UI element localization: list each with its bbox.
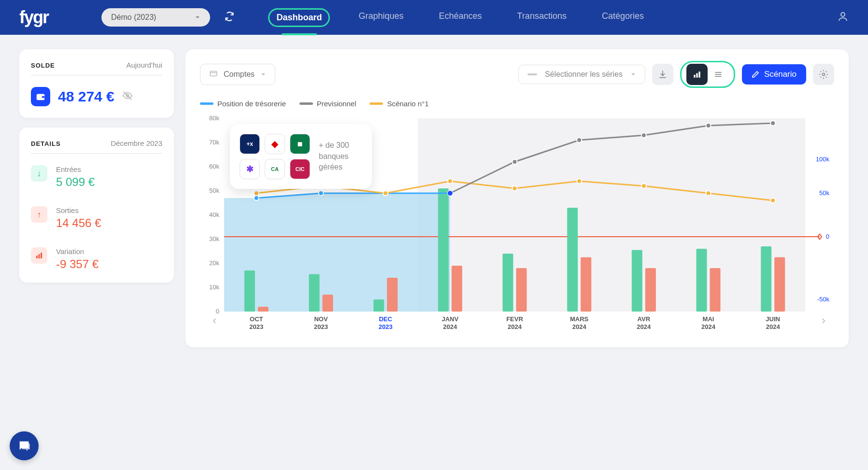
nav-graphiques[interactable]: Graphiques: [352, 8, 410, 27]
svg-rect-41: [373, 299, 384, 312]
svg-rect-5: [36, 256, 38, 258]
svg-text:2023: 2023: [314, 323, 328, 330]
main-nav: Dashboard Graphiques Echéances Transacti…: [268, 8, 651, 27]
user-menu[interactable]: [837, 11, 849, 24]
svg-rect-58: [645, 268, 656, 312]
comptes-label: Comptes: [224, 70, 255, 79]
svg-text:100k: 100k: [816, 156, 830, 163]
svg-text:10k: 10k: [209, 284, 219, 291]
solde-amount: 48 274 €: [58, 88, 114, 105]
svg-text:‹: ‹: [213, 313, 216, 327]
pencil-icon: [752, 71, 759, 78]
svg-text:2024: 2024: [508, 323, 522, 330]
svg-point-87: [770, 121, 775, 126]
nav-transactions[interactable]: Transactions: [511, 8, 573, 27]
chart-legend: Position de trésorerie Previsionnel Scén…: [200, 100, 834, 108]
solde-when: Aujourd'hui: [126, 61, 162, 69]
svg-point-73: [254, 191, 259, 196]
legend-previsionnel: Previsionnel: [317, 100, 356, 108]
svg-point-70: [319, 191, 324, 196]
svg-rect-62: [710, 268, 721, 312]
solde-card: SOLDE Aujourd'hui 48 274 €: [19, 49, 174, 118]
svg-text:2023: 2023: [249, 323, 263, 330]
svg-text:FEVR: FEVR: [506, 315, 523, 323]
svg-point-17: [823, 73, 825, 76]
sorties-label: Sorties: [56, 206, 101, 214]
bar-view-button[interactable]: [686, 64, 708, 85]
card-icon: [209, 69, 218, 80]
svg-text:DEC: DEC: [379, 315, 392, 323]
svg-text:MAI: MAI: [703, 315, 714, 323]
svg-rect-65: [761, 246, 771, 312]
svg-rect-61: [697, 249, 707, 312]
scenario-button[interactable]: Scénario: [742, 64, 806, 85]
top-bar: fygr Démo (2023) Dashboard Graphiques Ec…: [0, 0, 868, 35]
list-view-button[interactable]: [708, 64, 729, 85]
chart-panel: Comptes Sélectionner les séries: [185, 49, 849, 347]
variation-value: -9 357 €: [56, 257, 99, 271]
svg-rect-42: [387, 278, 398, 312]
svg-text:-50k: -50k: [817, 296, 830, 303]
banks-text: + de 300 banques gérées: [319, 140, 362, 172]
svg-rect-10: [527, 73, 537, 75]
svg-point-86: [706, 123, 711, 128]
svg-rect-53: [567, 208, 578, 312]
svg-text:›: ›: [822, 313, 825, 327]
view-toggle-group: [680, 61, 735, 88]
scenario-label: Scénario: [764, 70, 797, 79]
svg-rect-54: [581, 257, 591, 312]
comptes-dropdown[interactable]: Comptes: [200, 64, 275, 85]
arrow-down-in-icon: ↓: [31, 165, 47, 182]
details-title: DETAILS: [31, 140, 61, 147]
svg-text:50k: 50k: [819, 189, 829, 197]
svg-rect-8: [210, 71, 217, 76]
legend-scenario: Scénario n°1: [387, 100, 428, 108]
arrow-up-out-icon: ↑: [31, 206, 47, 223]
svg-rect-33: [244, 271, 255, 312]
svg-text:JUIN: JUIN: [766, 315, 780, 323]
series-dropdown[interactable]: Sélectionner les séries: [518, 65, 645, 84]
svg-point-76: [448, 179, 453, 184]
sorties-value: 14 456 €: [56, 216, 101, 230]
svg-point-79: [641, 184, 646, 188]
svg-text:2024: 2024: [572, 323, 587, 330]
svg-text:JANV: JANV: [441, 315, 458, 323]
svg-rect-46: [452, 266, 462, 312]
svg-rect-57: [632, 250, 642, 312]
svg-text:50k: 50k: [209, 187, 219, 194]
banks-popup: +x ◆ ■ ✱ CA CIC + de 300 banques gérées: [230, 124, 372, 189]
svg-rect-2: [42, 96, 45, 98]
nav-categories[interactable]: Catégories: [595, 8, 651, 27]
svg-text:2024: 2024: [637, 323, 651, 330]
svg-point-81: [770, 198, 775, 203]
entrees-label: Entrées: [56, 165, 95, 173]
nav-echeances[interactable]: Echéances: [432, 8, 488, 27]
svg-rect-13: [698, 71, 700, 78]
variation-label: Variation: [56, 247, 99, 256]
svg-text:2024: 2024: [766, 323, 781, 330]
legend-position: Position de trésorerie: [217, 100, 286, 108]
svg-text:NOV: NOV: [314, 315, 328, 323]
svg-rect-38: [323, 295, 333, 312]
project-selector[interactable]: Démo (2023): [101, 8, 210, 27]
nav-dashboard[interactable]: Dashboard: [268, 8, 330, 27]
settings-button[interactable]: [813, 64, 834, 85]
svg-text:AVR: AVR: [638, 315, 651, 323]
svg-rect-7: [41, 253, 42, 258]
entrees-value: 5 099 €: [56, 175, 95, 189]
refresh-button[interactable]: [225, 12, 234, 23]
project-selector-label: Démo (2023): [111, 13, 156, 22]
download-button[interactable]: [652, 64, 673, 85]
details-period: Décembre 2023: [111, 139, 162, 147]
svg-rect-37: [309, 274, 320, 312]
svg-point-85: [641, 133, 646, 138]
eye-off-icon[interactable]: [122, 90, 133, 103]
svg-text:2023: 2023: [379, 323, 393, 330]
svg-rect-6: [39, 254, 40, 258]
logo: fygr: [19, 7, 48, 28]
svg-text:40k: 40k: [209, 211, 219, 218]
chevron-down-icon: [260, 71, 266, 77]
svg-point-78: [577, 179, 582, 184]
svg-point-84: [577, 138, 582, 142]
svg-point-83: [512, 159, 517, 164]
